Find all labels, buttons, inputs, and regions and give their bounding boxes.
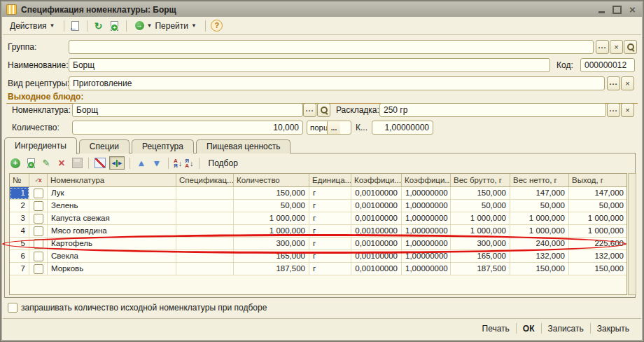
- cell-qty-row-4[interactable]: 1 000,000: [234, 225, 309, 238]
- column-header-spec[interactable]: Спецификац...: [176, 174, 234, 187]
- group-clear-button[interactable]: ×: [610, 40, 623, 54]
- cell-coef1-row-7[interactable]: 0,00100000: [351, 263, 402, 275]
- cell-qty-row-5[interactable]: 300,000: [234, 238, 309, 250]
- cell-name-row-3[interactable]: Капуста свежая: [48, 212, 176, 225]
- add-row-button[interactable]: +: [9, 157, 22, 170]
- edit-row-button[interactable]: ✎: [40, 157, 52, 170]
- cell-unit-row-1[interactable]: г: [309, 187, 351, 200]
- cell-num-row-4[interactable]: 4: [10, 225, 29, 238]
- print-button[interactable]: Печать: [476, 322, 516, 335]
- row-checkbox[interactable]: [34, 214, 43, 224]
- nomenclature-ellipsis-button[interactable]: ...: [303, 103, 316, 117]
- cell-name-row-6[interactable]: Свекла: [48, 250, 176, 263]
- group-field[interactable]: [69, 40, 594, 54]
- recipe-type-clear-button[interactable]: ×: [621, 76, 634, 90]
- deletion-mark-button[interactable]: [94, 157, 106, 170]
- cell-gross-row-4[interactable]: 1 000,000: [451, 225, 510, 238]
- cell-gross-row-5[interactable]: 300,000: [451, 238, 510, 250]
- cell-out-row-5[interactable]: 225,600: [569, 238, 627, 250]
- tab-ingredients[interactable]: Ингредиенты: [4, 137, 77, 154]
- cell-out-row-7[interactable]: 150,000: [569, 263, 627, 275]
- cell-net-row-7[interactable]: 150,000: [510, 263, 569, 275]
- cell-gross-row-3[interactable]: 1 000,000: [451, 212, 510, 225]
- cell-coef1-row-1[interactable]: 0,00100000: [351, 187, 402, 200]
- cell-spec-row-7[interactable]: [176, 263, 234, 275]
- cell-net-row-2[interactable]: 50,000: [510, 200, 569, 212]
- column-header-qty[interactable]: Количество: [234, 174, 309, 187]
- refresh-button[interactable]: ↻: [92, 19, 106, 32]
- cell-unit-row-5[interactable]: г: [309, 238, 351, 250]
- cell-flag-row-6[interactable]: [29, 250, 48, 263]
- row-checkbox[interactable]: [34, 226, 43, 236]
- cell-name-row-7[interactable]: Морковь: [48, 263, 176, 275]
- cell-coef1-row-5[interactable]: 0,00100000: [351, 238, 402, 250]
- move-up-button[interactable]: ▲: [135, 157, 148, 170]
- title-bar[interactable]: Спецификация номенклатуры: Борщ ×: [2, 2, 642, 17]
- layout-field[interactable]: 250 гр: [379, 103, 606, 117]
- go-menu-button[interactable]: → ▼ Перейти ▼: [131, 20, 201, 32]
- cell-coef2-row-6[interactable]: 1,00000000: [402, 250, 451, 263]
- column-header-coef2[interactable]: Коэффици...: [402, 174, 451, 187]
- sort-asc-button[interactable]: АЯ ↓: [174, 158, 182, 168]
- layout-clear-button[interactable]: ×: [621, 103, 634, 117]
- cell-num-row-3[interactable]: 3: [10, 212, 29, 225]
- write-doc-icon-button[interactable]: ←: [69, 19, 83, 32]
- cell-coef2-row-5[interactable]: 1,00000000: [402, 238, 451, 250]
- close-button[interactable]: Закрыть: [591, 322, 636, 335]
- actions-menu-button[interactable]: Действия ▼: [6, 20, 59, 32]
- cell-spec-row-5[interactable]: [176, 238, 234, 250]
- cell-num-row-2[interactable]: 2: [10, 200, 29, 212]
- cell-gross-row-6[interactable]: 165,000: [451, 250, 510, 263]
- vertical-scrollbar[interactable]: [628, 173, 636, 295]
- cell-unit-row-4[interactable]: г: [309, 225, 351, 238]
- nomenclature-field[interactable]: Борщ: [72, 103, 303, 117]
- cell-out-row-4[interactable]: 1 000,000: [569, 225, 627, 238]
- end-edit-button[interactable]: [71, 157, 83, 170]
- cell-out-row-6[interactable]: 132,000: [569, 250, 627, 263]
- cell-unit-row-3[interactable]: г: [309, 212, 351, 225]
- ask-quantity-option[interactable]: запрашивать количество исходной номенкла…: [8, 301, 267, 314]
- row-checkbox[interactable]: [34, 201, 43, 211]
- code-field[interactable]: 000000012: [580, 58, 635, 72]
- cell-out-row-2[interactable]: 50,000: [569, 200, 627, 212]
- delete-row-button[interactable]: ×: [55, 157, 68, 170]
- cell-coef2-row-2[interactable]: 1,00000000: [402, 200, 451, 212]
- cell-net-row-1[interactable]: 147,000: [510, 187, 569, 200]
- cell-net-row-4[interactable]: 1 000,000: [510, 225, 569, 238]
- column-header-out[interactable]: Выход, г: [569, 174, 627, 187]
- tab-nutrition[interactable]: Пищевая ценность: [196, 139, 291, 153]
- cell-num-row-6[interactable]: 6: [10, 250, 29, 263]
- sort-desc-button[interactable]: ЯА ↓: [185, 158, 193, 168]
- maximize-icon[interactable]: [612, 4, 622, 15]
- cell-spec-row-6[interactable]: [176, 250, 234, 263]
- cell-spec-row-1[interactable]: [176, 187, 234, 200]
- cell-flag-row-4[interactable]: [29, 225, 48, 238]
- column-header-coef1[interactable]: Коэффици...: [351, 174, 402, 187]
- minimize-icon[interactable]: [596, 4, 607, 15]
- cell-coef1-row-6[interactable]: 0,00100000: [351, 250, 402, 263]
- save-button[interactable]: Записать: [542, 322, 590, 335]
- cell-coef2-row-7[interactable]: 1,00000000: [402, 263, 451, 275]
- cell-name-row-5[interactable]: Картофель: [48, 238, 176, 250]
- cell-flag-row-2[interactable]: [29, 200, 48, 212]
- cell-flag-row-1[interactable]: [29, 187, 48, 200]
- copy-row-button[interactable]: +: [24, 157, 37, 170]
- cell-net-row-5[interactable]: 240,000: [510, 238, 569, 250]
- autowidth-toggle-button[interactable]: ◀ ▶: [109, 156, 125, 170]
- row-checkbox[interactable]: [34, 252, 43, 261]
- cell-spec-row-3[interactable]: [176, 212, 234, 225]
- cell-qty-row-3[interactable]: 1 000,000: [234, 212, 309, 225]
- cell-qty-row-6[interactable]: 165,000: [234, 250, 309, 263]
- cell-flag-row-7[interactable]: [29, 263, 48, 275]
- column-header-gross[interactable]: Вес брутто, г: [451, 174, 510, 187]
- cell-num-row-7[interactable]: 7: [10, 263, 29, 275]
- cell-coef1-row-3[interactable]: 0,00100000: [351, 212, 402, 225]
- recipe-type-ellipsis-button[interactable]: ...: [607, 76, 620, 90]
- cell-num-row-5[interactable]: 5: [10, 238, 29, 250]
- cell-coef2-row-4[interactable]: 1,00000000: [402, 225, 451, 238]
- row-checkbox[interactable]: [34, 239, 43, 249]
- cell-qty-row-7[interactable]: 187,500: [234, 263, 309, 275]
- cell-name-row-2[interactable]: Зелень: [48, 200, 176, 212]
- column-header-net[interactable]: Вес нетто, г: [510, 174, 569, 187]
- name-field[interactable]: Борщ: [69, 58, 550, 72]
